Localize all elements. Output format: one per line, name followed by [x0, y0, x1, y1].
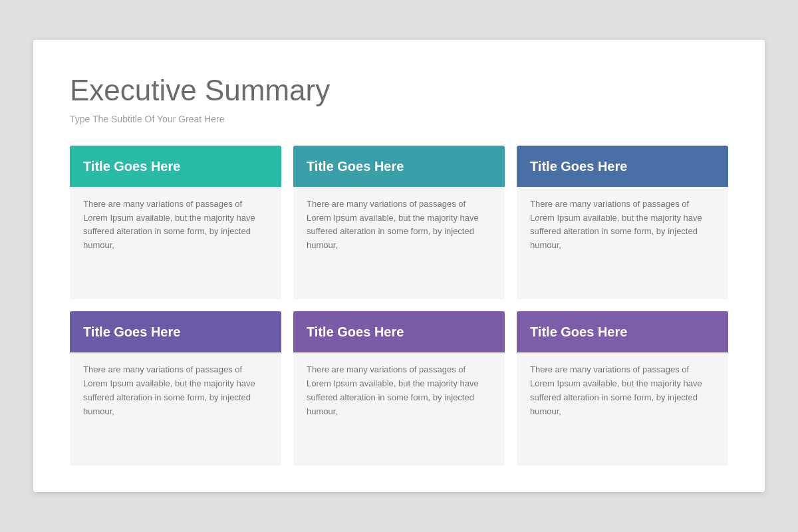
card-3-body: There are many variations of passages of…: [517, 187, 728, 300]
cards-grid: Title Goes HereThere are many variations…: [70, 146, 728, 466]
card-4-title: Title Goes Here: [83, 323, 180, 340]
card-3-body-text: There are many variations of passages of…: [530, 198, 715, 253]
card-5-body: There are many variations of passages of…: [293, 352, 505, 466]
card-6-header: Title Goes Here: [517, 311, 728, 352]
card-1-header: Title Goes Here: [70, 146, 281, 187]
card-2-header: Title Goes Here: [293, 146, 505, 187]
slide-subtitle: Type The Subtitle Of Your Great Here: [70, 114, 728, 124]
slide-header: Executive Summary Type The Subtitle Of Y…: [70, 73, 728, 124]
card-2-body: There are many variations of passages of…: [293, 187, 505, 300]
card-4-header: Title Goes Here: [70, 311, 281, 352]
card-1-body: There are many variations of passages of…: [70, 187, 281, 300]
card-4-body: There are many variations of passages of…: [70, 352, 281, 466]
card-6-body: There are many variations of passages of…: [517, 352, 728, 466]
card-6-title: Title Goes Here: [530, 323, 627, 340]
card-3-header: Title Goes Here: [517, 146, 728, 187]
card-5-header: Title Goes Here: [293, 311, 505, 352]
card-2-body-text: There are many variations of passages of…: [307, 198, 491, 253]
slide-title: Executive Summary: [70, 73, 728, 108]
card-1: Title Goes HereThere are many variations…: [70, 146, 281, 300]
card-1-body-text: There are many variations of passages of…: [83, 198, 268, 253]
card-2: Title Goes HereThere are many variations…: [293, 146, 505, 300]
card-2-title: Title Goes Here: [307, 158, 404, 175]
card-5-body-text: There are many variations of passages of…: [307, 363, 491, 418]
card-4-body-text: There are many variations of passages of…: [83, 363, 268, 418]
slide: Executive Summary Type The Subtitle Of Y…: [33, 40, 765, 492]
card-1-title: Title Goes Here: [83, 158, 180, 175]
card-5: Title Goes HereThere are many variations…: [293, 311, 505, 466]
card-3: Title Goes HereThere are many variations…: [517, 146, 728, 300]
card-4: Title Goes HereThere are many variations…: [70, 311, 281, 466]
card-6-body-text: There are many variations of passages of…: [530, 363, 715, 418]
card-5-title: Title Goes Here: [307, 323, 404, 340]
card-3-title: Title Goes Here: [530, 158, 627, 175]
card-6: Title Goes HereThere are many variations…: [517, 311, 728, 466]
